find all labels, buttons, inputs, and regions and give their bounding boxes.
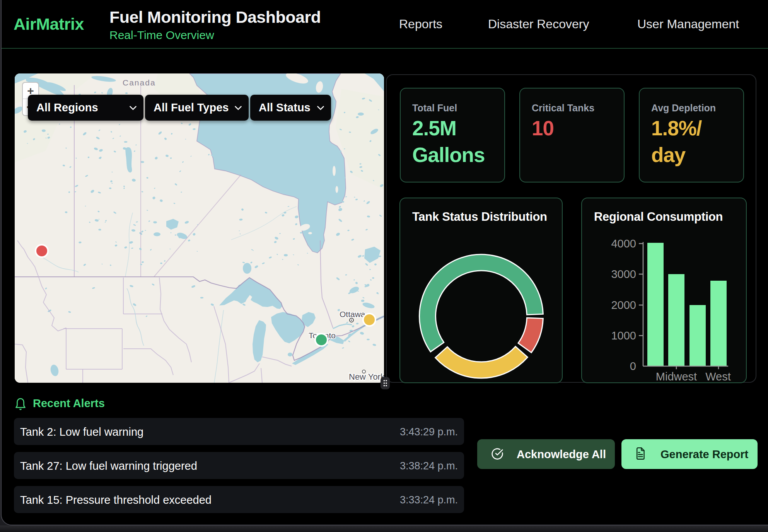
svg-text:West: West	[705, 370, 731, 382]
svg-text:4000: 4000	[611, 237, 636, 250]
svg-text:0: 0	[630, 360, 636, 372]
svg-text:New York: New York	[349, 372, 384, 382]
svg-text:Midwest: Midwest	[656, 370, 697, 382]
svg-text:Ottawa: Ottawa	[340, 310, 365, 319]
svg-text:1000: 1000	[611, 329, 636, 342]
svg-text:2000: 2000	[611, 299, 636, 311]
svg-text:3000: 3000	[611, 268, 636, 280]
svg-text:Canada: Canada	[123, 78, 156, 87]
